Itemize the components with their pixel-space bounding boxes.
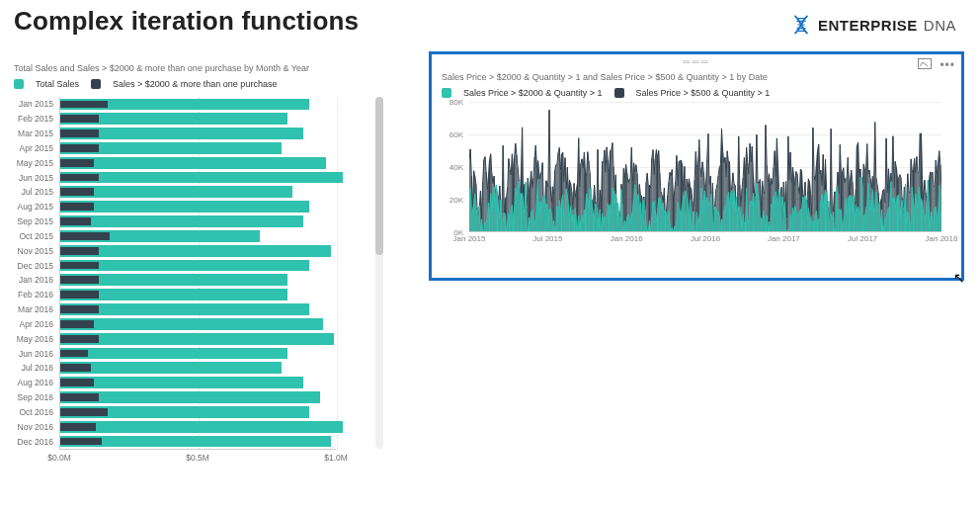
left-scrollbar[interactable] <box>375 97 383 449</box>
bar-total-sales[interactable] <box>60 201 309 213</box>
bar-filtered-sales[interactable] <box>60 188 94 196</box>
bar-total-sales[interactable] <box>60 318 323 330</box>
left-category-label: Sep 2015 <box>8 216 53 226</box>
left-category-label: Nov 2015 <box>8 246 53 256</box>
left-y-labels: Jan 2015Feb 2015Mar 2015Apr 2015May 2015… <box>12 97 57 449</box>
bar-row <box>60 97 336 112</box>
bar-filtered-sales[interactable] <box>60 129 99 137</box>
brand-text-main: ENTERPRISE <box>818 17 918 34</box>
left-category-label: Jul 2015 <box>8 187 53 197</box>
right-xtick: Jan 2018 <box>926 234 958 243</box>
more-options-icon[interactable]: ••• <box>939 58 955 72</box>
bar-filtered-sales[interactable] <box>60 335 99 343</box>
right-x-axis: Jan 2015 Jul 2015 Jan 2016 Jul 2016 Jan … <box>469 234 941 248</box>
bar-row <box>60 243 336 258</box>
bar-filtered-sales[interactable] <box>60 174 99 182</box>
bar-total-sales[interactable] <box>60 362 282 374</box>
card-drag-handle[interactable]: ═══ <box>683 56 709 67</box>
left-xtick-1: $0.5M <box>186 453 209 463</box>
bar-filtered-sales[interactable] <box>60 291 99 299</box>
left-category-label: Jan 2015 <box>8 99 53 109</box>
bar-total-sales[interactable] <box>60 172 343 184</box>
left-category-label: Mar 2015 <box>8 128 53 138</box>
bar-filtered-sales[interactable] <box>60 408 108 416</box>
left-scrollbar-thumb[interactable] <box>375 97 383 255</box>
focus-mode-icon[interactable] <box>918 58 932 72</box>
bar-row <box>60 200 336 214</box>
bar-filtered-sales[interactable] <box>60 350 88 358</box>
legend-swatch-teal <box>442 88 451 98</box>
right-xtick: Jan 2016 <box>611 234 643 243</box>
left-category-label: Mar 2016 <box>8 304 53 314</box>
bar-total-sales[interactable] <box>60 245 331 257</box>
bar-total-sales[interactable] <box>60 157 326 169</box>
bar-total-sales[interactable] <box>60 421 343 433</box>
bar-total-sales[interactable] <box>60 215 303 227</box>
bar-filtered-sales[interactable] <box>60 276 99 284</box>
left-category-label: Sep 2016 <box>8 392 53 402</box>
right-xtick: Jan 2017 <box>768 234 800 243</box>
bar-filtered-sales[interactable] <box>60 217 91 225</box>
bar-row <box>60 331 336 346</box>
legend-label-filtered-sales: Sales > $2000 & more than one purchase <box>113 79 277 89</box>
bar-filtered-sales[interactable] <box>60 144 99 152</box>
dna-icon <box>790 14 812 36</box>
left-category-label: Feb 2015 <box>8 114 53 124</box>
bar-filtered-sales[interactable] <box>60 423 96 431</box>
bar-filtered-sales[interactable] <box>60 262 99 270</box>
bar-filtered-sales[interactable] <box>60 232 110 240</box>
left-xtick-2: $1.0M <box>324 453 348 463</box>
left-category-label: May 2016 <box>8 334 53 344</box>
left-category-label: Oct 2015 <box>8 231 53 241</box>
right-line-chart[interactable]: ═══ ••• Sales Price > $2000 & Quantity >… <box>429 51 964 281</box>
bar-row <box>60 419 336 434</box>
right-lines-svg <box>469 102 941 232</box>
right-chart-legend: Sales Price > $2000 & Quantity > 1 Sales… <box>442 88 951 98</box>
left-category-label: Jun 2016 <box>8 349 53 359</box>
left-category-label: Aug 2015 <box>8 202 53 212</box>
legend-label-total-sales: Total Sales <box>36 79 79 89</box>
bar-total-sales[interactable] <box>60 377 303 388</box>
left-chart-legend: Total Sales Sales > $2000 & more than on… <box>14 79 409 89</box>
left-category-label: Jun 2015 <box>8 173 53 183</box>
bar-filtered-sales[interactable] <box>60 101 108 109</box>
left-category-label: Aug 2016 <box>8 378 53 387</box>
bar-filtered-sales[interactable] <box>60 438 102 446</box>
bar-row <box>60 127 336 141</box>
bar-total-sales[interactable] <box>60 186 292 198</box>
right-xtick: Jul 2016 <box>691 234 720 243</box>
right-ytick-40: 40K <box>440 163 463 172</box>
bar-filtered-sales[interactable] <box>60 203 94 211</box>
bar-filtered-sales[interactable] <box>60 159 94 167</box>
bar-filtered-sales[interactable] <box>60 364 91 372</box>
left-bars <box>59 97 336 449</box>
bar-filtered-sales[interactable] <box>60 247 99 255</box>
bar-row <box>60 112 336 127</box>
legend-label-series2: Sales Price > $500 & Quantity > 1 <box>636 88 771 98</box>
bar-filtered-sales[interactable] <box>60 115 99 123</box>
bar-filtered-sales[interactable] <box>60 305 99 313</box>
bar-total-sales[interactable] <box>60 333 334 345</box>
left-category-label: Nov 2016 <box>8 422 53 432</box>
right-ytick-80: 80K <box>440 98 463 107</box>
bar-filtered-sales[interactable] <box>60 320 94 328</box>
left-category-label: Apr 2016 <box>8 319 53 329</box>
left-category-label: Oct 2016 <box>8 407 53 417</box>
bar-row <box>60 258 336 273</box>
bar-total-sales[interactable] <box>60 348 287 360</box>
bar-row <box>60 390 336 405</box>
left-bar-chart[interactable]: Total Sales and Sales > $2000 & more tha… <box>14 63 409 498</box>
bar-row <box>60 288 336 302</box>
brand-logo: ENTERPRISE DNA <box>790 14 956 36</box>
bar-filtered-sales[interactable] <box>60 379 94 386</box>
left-category-label: Apr 2015 <box>8 143 53 153</box>
right-ytick-20: 20K <box>440 196 463 205</box>
right-chart-title: Sales Price > $2000 & Quantity > 1 and S… <box>442 72 951 82</box>
left-category-label: Dec 2015 <box>8 261 53 271</box>
bar-filtered-sales[interactable] <box>60 393 99 401</box>
bar-total-sales[interactable] <box>60 391 320 403</box>
left-xtick-0: $0.0M <box>47 453 71 463</box>
bar-row <box>60 214 336 229</box>
left-category-label: Jan 2016 <box>8 275 53 285</box>
bar-row <box>60 228 336 243</box>
